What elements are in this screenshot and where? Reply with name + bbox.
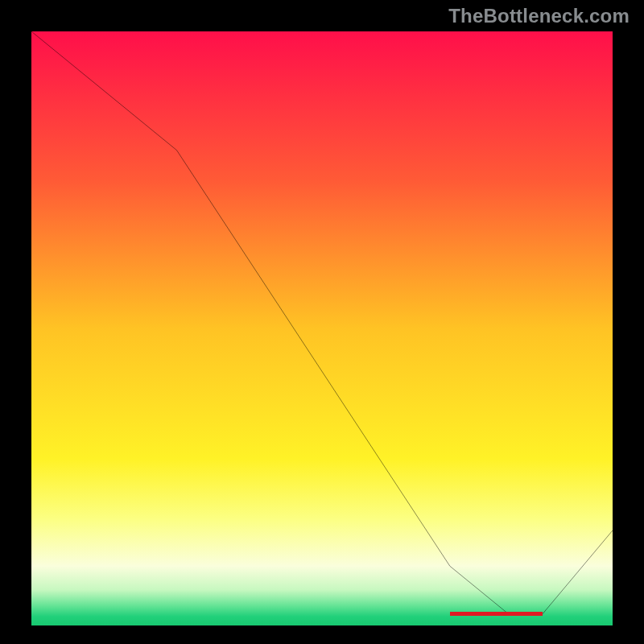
bottleneck-marker-label: BOTTLENECK 0% [455, 610, 507, 617]
plot-frame: BOTTLENECK 0% [27, 27, 617, 630]
chart-container: TheBottleneck.com BOTTLENECK 0% [0, 0, 644, 644]
watermark-text: TheBottleneck.com [448, 5, 630, 27]
data-line [31, 31, 613, 625]
